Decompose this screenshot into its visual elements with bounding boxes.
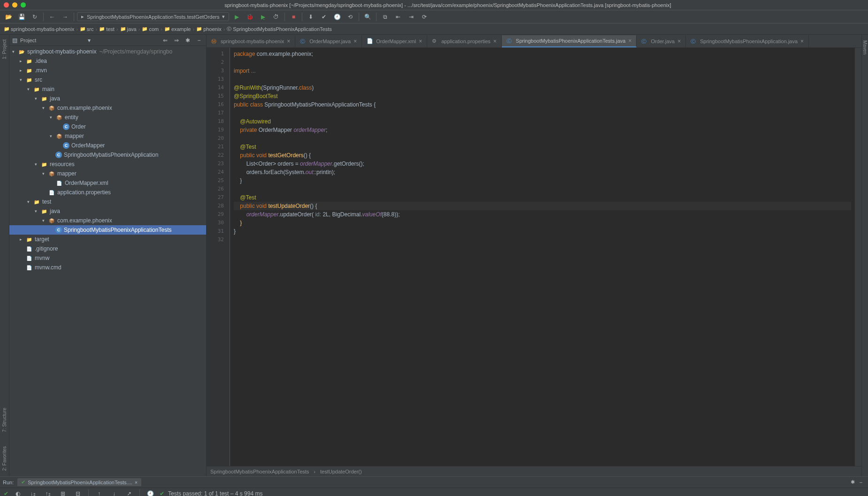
vcs-commit-icon[interactable]: ✔ [318,12,330,22]
sort-down-icon[interactable]: ↓₂ [27,488,38,496]
tree-row[interactable]: CSpringbootMybatisPhoenixApplicationTest… [9,225,206,235]
close-icon[interactable]: × [287,38,290,45]
toggle-icon[interactable]: ◐ [12,488,23,496]
coverage-icon[interactable]: ▶̤ [257,12,269,22]
vcs-history-icon[interactable]: 🕘 [331,12,343,22]
breadcrumb-item[interactable]: 📁phoenix [196,26,222,32]
collapse-icon[interactable]: ⊟ [72,488,84,496]
hide-icon[interactable]: − [857,478,865,487]
export-icon[interactable]: ↗ [123,488,135,496]
tree-row[interactable]: ▾📦com.example.phoenix [9,216,206,225]
tree-row[interactable]: ▾📂springboot-mybatis-phoenix~/Projects/m… [9,47,206,56]
tree-row[interactable]: COrderMapper [9,141,206,150]
chevron-down-icon[interactable]: ▾ [88,37,91,44]
breadcrumb-item[interactable]: 📁springboot-mybatis-phoenix [4,26,74,32]
structure-tool-tab[interactable]: 7: Structure [1,405,8,435]
folder-icon: 📁 [25,57,33,65]
close-icon[interactable]: × [135,480,138,485]
undo-icon[interactable]: ← [46,12,58,22]
tree-row[interactable]: 📄mvnw [9,253,206,263]
debug-icon[interactable]: 🐞 [244,12,255,22]
redo-icon[interactable]: → [60,12,71,22]
back-icon[interactable]: ⇤ [392,12,404,22]
maven-tool-tab[interactable]: Maven [861,38,868,57]
close-icon[interactable]: × [628,38,631,44]
breadcrumb-item[interactable]: 📁test [99,26,115,32]
close-icon[interactable] [4,2,9,8]
minimize-icon[interactable] [12,2,17,8]
favorites-tool-tab[interactable]: 2: Favorites [1,443,8,473]
run-config-selector[interactable]: ▸ SpringbootMybatisPhoenixApplicationTes… [77,12,229,21]
tree-row[interactable]: ▸📁.idea [9,56,206,66]
collapse-icon[interactable]: ⇐ [161,36,169,45]
editor-tab[interactable]: ⒸSpringbootMybatisPhoenixApplication.jav… [686,35,809,47]
profile-icon[interactable]: ⏱ [270,12,282,22]
editor-tab[interactable]: ⒸSpringbootMybatisPhoenixApplicationTest… [502,35,637,47]
save-icon[interactable]: 💾 [16,12,27,22]
tree-row[interactable]: ▾📁src [9,75,206,84]
expand-icon[interactable]: ⊞ [57,488,69,496]
next-icon[interactable]: ↓ [108,488,120,496]
editor-scrollbar[interactable] [855,48,861,466]
close-icon[interactable]: × [677,38,681,45]
tree-row[interactable]: ▾📁test [9,197,206,206]
vcs-revert-icon[interactable]: ⟲ [345,12,356,22]
history-icon[interactable]: 🕘 [145,488,156,496]
tree-row[interactable]: ▸📁target [9,235,206,244]
tree-row[interactable]: COrder [9,122,206,131]
hide-icon[interactable]: − [195,36,203,45]
breadcrumb-item[interactable]: ⒸSpringbootMybatisPhoenixApplicationTest… [227,26,331,32]
project-panel: ▤ Project ▾ ⇐ ⇒ ✱ − ▾📂springboot-mybatis… [9,35,207,476]
project-tree[interactable]: ▾📂springboot-mybatis-phoenix~/Projects/m… [9,46,206,476]
open-icon[interactable]: 📂 [3,12,14,22]
editor-tab[interactable]: ⚙application.properties× [427,35,502,47]
vcs-update-icon[interactable]: ⬇ [305,12,316,22]
gear-icon[interactable]: ✱ [184,36,192,45]
forward-icon[interactable]: ⇥ [406,12,417,22]
search-icon[interactable]: 🔍 [362,12,373,22]
tree-row[interactable]: ▾📦entity [9,113,206,122]
project-tool-tab[interactable]: 1: Project [1,37,8,62]
method-crumb[interactable]: testUpdateOrder() [320,469,362,474]
run-tab[interactable]: ✔ SpringbootMybatisPhoenixApplicationTes… [17,478,141,486]
tree-row[interactable]: ▾📦mapper [9,131,206,141]
tree-row[interactable]: 📄application.properties [9,188,206,197]
gear-icon[interactable]: ✱ [848,478,857,487]
close-icon[interactable]: × [353,38,357,45]
editor-tab[interactable]: ⒸOrder.java× [637,35,686,47]
tree-row[interactable]: ▾📦com.example.phoenix [9,103,206,113]
tree-row[interactable]: ▸📁.mvn [9,66,206,75]
structure-icon[interactable]: ⧉ [379,12,391,22]
left-tool-gutter: 1: Project 7: Structure 2: Favorites [0,35,9,476]
editor-tab[interactable]: 📄OrderMapper.xml× [362,35,427,47]
prev-icon[interactable]: ↑ [93,488,105,496]
breadcrumb-item[interactable]: 📁example [164,26,191,32]
sort-up-icon[interactable]: ↑₂ [42,488,54,496]
stop-icon[interactable]: ■ [288,12,299,22]
tree-row[interactable]: ▾📁main [9,84,206,94]
run-icon[interactable]: ▶ [231,12,242,22]
code-editor[interactable]: package com.example.phoenix; import ... … [230,48,855,466]
close-icon[interactable]: × [493,38,497,45]
close-icon[interactable]: × [419,38,422,45]
tree-row[interactable]: 📄mvnw.cmd [9,263,206,272]
folder-icon: 📁 [4,26,9,31]
tree-row[interactable]: ▾📦mapper [9,169,206,178]
class-crumb[interactable]: SpringbootMybatisPhoenixApplicationTests [210,469,309,474]
breadcrumb-item[interactable]: 📁src [80,26,94,32]
close-icon[interactable]: × [800,38,804,45]
reload-icon[interactable]: ⟳ [419,12,430,22]
tree-row[interactable]: 📄OrderMapper.xml [9,178,206,188]
expand-icon[interactable]: ⇒ [172,36,181,45]
sync-icon[interactable]: ↻ [29,12,40,22]
tree-row[interactable]: ▾📁java [9,94,206,103]
tree-row[interactable]: 📄.gitignore [9,244,206,253]
editor-tab[interactable]: ⒸOrderMapper.java× [295,35,362,47]
tree-row[interactable]: CSpringbootMybatisPhoenixApplication [9,150,206,160]
breadcrumb-item[interactable]: 📁com [142,26,159,32]
maximize-icon[interactable] [21,2,26,8]
tree-row[interactable]: ▾📁java [9,206,206,216]
editor-tab[interactable]: Ⓜspringboot-mybatis-phoenix× [207,35,295,47]
tree-row[interactable]: ▾📁resources [9,160,206,169]
breadcrumb-item[interactable]: 📁java [120,26,137,32]
